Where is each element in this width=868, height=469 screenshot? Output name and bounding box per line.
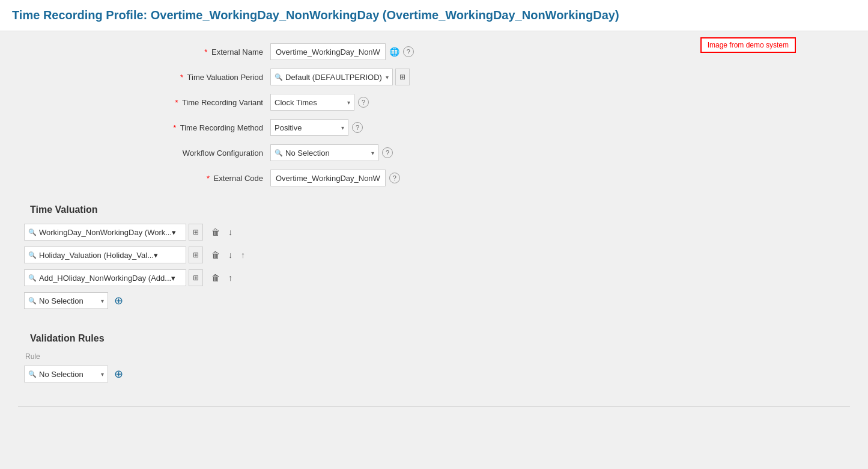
add-valuation-btn[interactable]: ⊕	[112, 293, 126, 308]
workflow-config-select[interactable]: 🔍 No Selection ▾	[270, 144, 378, 161]
workflow-config-help-icon[interactable]: ?	[382, 147, 393, 158]
chevron-down-icon: ▾	[101, 298, 104, 304]
search-icon: 🔍	[28, 251, 37, 259]
valuation-row-3: 🔍 Add_HOliday_NonWorkingDay (Add... ▾ ⊞ …	[24, 269, 844, 286]
delete-btn-3[interactable]: 🗑	[209, 272, 222, 284]
form-section: * External Name Overtime_WorkingDay_NonW…	[18, 43, 850, 186]
required-star: *	[175, 98, 178, 107]
detail-btn-valuation-period[interactable]: ⊞	[395, 69, 410, 85]
time-recording-variant-label: * Time Recording Variant	[138, 98, 270, 107]
rule-label: Rule	[24, 352, 844, 361]
valuation-select-1[interactable]: 🔍 WorkingDay_NonWorkingDay (Work... ▾	[24, 224, 186, 241]
detail-btn-1[interactable]: ⊞	[189, 224, 203, 241]
time-valuation-period-select[interactable]: 🔍 Default (DEFAULTPERIOD) ▾	[270, 69, 393, 85]
page-divider	[18, 406, 850, 407]
delete-btn-1[interactable]: 🗑	[209, 226, 222, 238]
search-icon: 🔍	[275, 73, 283, 81]
chevron-down-icon: ▾	[386, 74, 389, 81]
chevron-down-icon: ▾	[154, 251, 158, 260]
detail-btn-3[interactable]: ⊞	[189, 269, 203, 286]
action-icons-3: 🗑 ↑	[209, 272, 235, 284]
valuation-select-3[interactable]: 🔍 Add_HOliday_NonWorkingDay (Add... ▾	[24, 269, 186, 286]
time-valuation-period-row: * Time Valuation Period 🔍 Default (DEFAU…	[18, 69, 850, 85]
required-star: *	[173, 123, 176, 132]
add-validation-btn[interactable]: ⊕	[112, 366, 126, 382]
time-valuation-section: Time Valuation 🔍 WorkingDay_NonWorkingDa…	[18, 198, 850, 321]
arrow-up-btn-3[interactable]: ↑	[226, 272, 235, 284]
search-icon: 🔍	[28, 370, 37, 378]
action-icons-2: 🗑 ↓ ↑	[209, 249, 247, 261]
time-recording-variant-select[interactable]: Clock Times ▾	[270, 94, 354, 111]
chevron-down-icon: ▾	[347, 99, 350, 106]
time-valuation-heading: Time Valuation	[24, 204, 844, 215]
no-selection-valuation-row: 🔍 No Selection ▾ ⊕	[24, 292, 844, 309]
action-icons-1: 🗑 ↓	[209, 226, 235, 238]
valuation-select-2[interactable]: 🔍 Holiday_Valuation (Holiday_Val... ▾	[24, 247, 186, 263]
validation-rules-heading: Validation Rules	[24, 333, 844, 344]
external-name-label: * External Name	[138, 48, 270, 57]
chevron-down-icon: ▾	[172, 228, 176, 237]
arrow-up-btn-2[interactable]: ↑	[238, 249, 247, 261]
search-icon: 🔍	[28, 297, 37, 305]
external-name-input[interactable]: Overtime_WorkingDay_NonW	[270, 43, 386, 60]
required-star: *	[204, 48, 207, 57]
time-recording-method-select[interactable]: Positive ▾	[270, 119, 348, 136]
no-selection-valuation-select[interactable]: 🔍 No Selection ▾	[24, 292, 108, 309]
external-code-input[interactable]: Overtime_WorkingDay_NonW	[270, 170, 386, 186]
page-container: Time Recording Profile: Overtime_Working…	[0, 0, 868, 469]
detail-btn-2[interactable]: ⊞	[189, 247, 203, 263]
valuation-row-2: 🔍 Holiday_Valuation (Holiday_Val... ▾ ⊞ …	[24, 247, 844, 263]
chevron-down-icon: ▾	[171, 274, 175, 283]
demo-badge: Image from demo system	[700, 37, 796, 53]
time-recording-method-label: * Time Recording Method	[138, 123, 270, 132]
chevron-down-icon: ▾	[341, 124, 344, 131]
no-selection-validation-row: 🔍 No Selection ▾ ⊕	[24, 366, 844, 382]
arrow-down-btn-2[interactable]: ↓	[226, 249, 235, 261]
page-title: Time Recording Profile: Overtime_Working…	[0, 0, 868, 31]
search-icon: 🔍	[275, 149, 283, 157]
required-star: *	[180, 73, 183, 82]
time-recording-method-help-icon[interactable]: ?	[352, 122, 363, 133]
time-valuation-period-label: * Time Valuation Period	[138, 73, 270, 82]
time-recording-variant-help-icon[interactable]: ?	[358, 97, 369, 108]
time-recording-method-row: * Time Recording Method Positive ▾ ?	[18, 119, 850, 136]
external-code-help-icon[interactable]: ?	[389, 173, 400, 183]
workflow-config-label: Workflow Configuration	[138, 149, 270, 158]
arrow-down-btn-1[interactable]: ↓	[226, 226, 235, 238]
external-name-help-icon[interactable]: ?	[403, 46, 414, 57]
validation-rules-section: Validation Rules Rule 🔍 No Selection ▾ ⊕	[18, 327, 850, 394]
no-selection-validation-select[interactable]: 🔍 No Selection ▾	[24, 366, 108, 382]
search-icon: 🔍	[28, 274, 37, 282]
chevron-down-icon: ▾	[101, 371, 104, 378]
external-code-row: * External Code Overtime_WorkingDay_NonW…	[18, 170, 850, 186]
search-icon: 🔍	[28, 228, 37, 236]
valuation-row-1: 🔍 WorkingDay_NonWorkingDay (Work... ▾ ⊞ …	[24, 224, 844, 241]
delete-btn-2[interactable]: 🗑	[209, 249, 222, 261]
external-code-label: * External Code	[138, 174, 270, 183]
globe-icon[interactable]: 🌐	[389, 47, 399, 57]
time-recording-variant-row: * Time Recording Variant Clock Times ▾ ?	[18, 94, 850, 111]
workflow-config-row: Workflow Configuration 🔍 No Selection ▾ …	[18, 144, 850, 161]
required-star: *	[207, 174, 210, 183]
content-area: Image from demo system * External Name O…	[0, 31, 868, 419]
chevron-down-icon: ▾	[371, 150, 374, 156]
